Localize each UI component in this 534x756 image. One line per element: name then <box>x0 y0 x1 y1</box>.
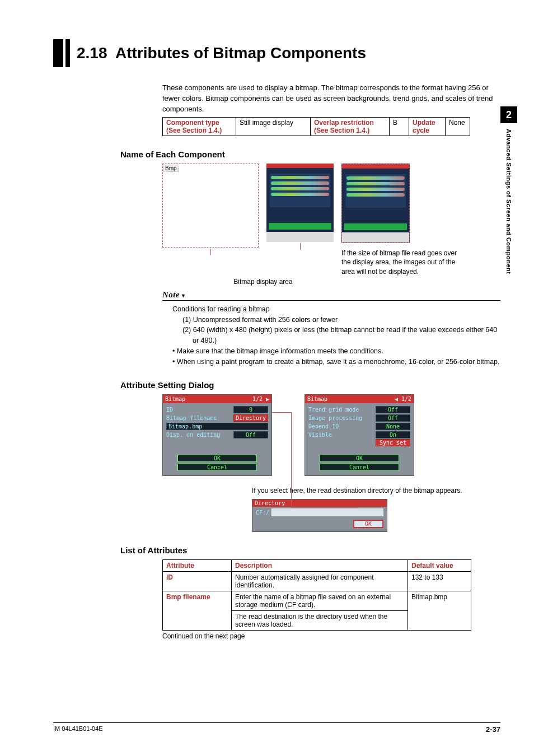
figure-tag: Bmp <box>163 165 179 172</box>
d1-disp-value[interactable]: Off <box>233 431 268 438</box>
component-info-table: Component type(See Section 1.4.) Still i… <box>162 117 470 136</box>
section-number: 2.18 <box>77 44 107 62</box>
d1-id-label: ID <box>166 407 173 413</box>
continued-note: Continued on the next page <box>162 632 500 640</box>
d1-ok-button[interactable]: OK <box>177 455 257 462</box>
section-heading: 2.18 Attributes of Bitmap Components <box>53 39 500 67</box>
dialog2-page: ◀ 1/2 <box>395 396 411 402</box>
dialog-bitmap-2: Bitmap ◀ 1/2 Trend grid modeOff Image pr… <box>305 394 414 476</box>
attr-row-default: 132 to 133 <box>408 572 471 591</box>
attr-row-name: ID <box>163 572 232 591</box>
figure-caption: Bitmap display area <box>162 278 364 286</box>
note-label: Note <box>162 290 180 299</box>
note-bullet-1: • Make sure that the bitmap image inform… <box>172 346 500 357</box>
dialog-bitmap-1: Bitmap 1/2 ▶ ID0 Bitmap filenameDirector… <box>162 394 272 476</box>
d2-grid-label: Trend grid mode <box>308 407 359 413</box>
d2-proc-label: Image processing <box>308 415 362 421</box>
figure-side-note: If the size of bitmap file read goes ove… <box>341 249 465 277</box>
info-c3-value: None <box>446 117 470 136</box>
info-c1-label: Component type <box>166 119 219 127</box>
chapter-number: 2 <box>500 106 517 123</box>
info-c1-value: Still image display <box>236 117 311 136</box>
dialog-row: Bitmap 1/2 ▶ ID0 Bitmap filenameDirector… <box>162 394 500 476</box>
d1-cancel-button[interactable]: Cancel <box>177 464 257 471</box>
d1-id-value[interactable]: 0 <box>233 406 268 413</box>
attributes-table: Attribute Description Default value ID N… <box>162 559 471 631</box>
d2-sync-button[interactable]: Sync set <box>376 439 410 446</box>
dialog2-title: Bitmap <box>307 396 327 402</box>
info-c2-value: B <box>390 117 409 136</box>
d2-cancel-button[interactable]: Cancel <box>320 464 399 471</box>
d2-visible-value[interactable]: On <box>376 431 410 438</box>
figure-screenshot-2 <box>341 164 410 243</box>
footer-page-number: 2-37 <box>486 725 500 734</box>
note-item-1: (1) Uncompressed format with 256 colors … <box>182 315 500 325</box>
chapter-title: Advanced Settings of Screen and Componen… <box>505 129 512 274</box>
info-c2-label: Overlap restriction <box>314 119 374 127</box>
attr-row-desc: Enter the name of a bitmap file saved on… <box>232 591 408 611</box>
figure-bitmap-area: Bmp <box>162 164 259 248</box>
d2-grid-value[interactable]: Off <box>376 406 410 413</box>
info-c1-see: (See Section 1.4.) <box>166 127 222 134</box>
dir-path-input[interactable] <box>271 508 383 516</box>
heading-ornament <box>53 39 70 67</box>
attr-th-default: Default value <box>408 560 471 572</box>
dir-cf-label: CF:/ <box>256 510 269 516</box>
attr-row-desc: The read destination is the directory us… <box>232 611 408 631</box>
info-c3-label: Update cycle <box>413 119 435 134</box>
attr-row-name: Bmp filename <box>163 591 232 631</box>
note-item-2: (2) 640 (width) x 480 (height) pixels or… <box>182 325 500 346</box>
d2-proc-value[interactable]: Off <box>376 414 410 422</box>
d2-depend-label: Depend ID <box>308 423 339 430</box>
attr-row-desc: Number automatically assigned for compon… <box>232 572 408 591</box>
d1-file-label: Bitmap filename <box>166 415 217 421</box>
note-body: Conditions for reading a bitmap (1) Unco… <box>162 304 500 367</box>
dir-ok-button[interactable]: OK <box>353 520 383 528</box>
subheading-list-attributes: List of Attributes <box>120 545 500 555</box>
page-footer: IM 04L41B01-04E 2-37 <box>53 722 500 734</box>
subheading-attribute-dialog: Attribute Setting Dialog <box>120 380 500 390</box>
note-bullet-2: • When using a paint program to create a… <box>172 357 500 367</box>
dialog1-title: Bitmap <box>165 396 185 402</box>
note-heading: Note ▾ <box>162 290 500 301</box>
d2-visible-label: Visible <box>308 432 332 438</box>
d2-ok-button[interactable]: OK <box>320 455 399 462</box>
subheading-name: Name of Each Component <box>120 150 500 159</box>
d2-depend-value[interactable]: None <box>376 423 410 430</box>
intro-paragraph: These components are used to display a b… <box>162 83 500 115</box>
attr-row-default: Bitmap.bmp <box>408 591 471 631</box>
note-line-1: Conditions for reading a bitmap <box>172 304 500 315</box>
attr-th-description: Description <box>232 560 408 572</box>
attr-th-attribute: Attribute <box>163 560 232 572</box>
d1-directory-button[interactable]: Directory <box>233 414 268 422</box>
section-title: Attributes of Bitmap Components <box>115 44 366 62</box>
figure-row: Bmp <box>162 164 500 277</box>
d1-disp-label: Disp. on editing <box>166 432 220 438</box>
dialog1-page: 1/2 ▶ <box>252 396 269 402</box>
figure-screenshot-1 <box>266 164 334 242</box>
footer-doc-id: IM 04L41B01-04E <box>53 725 103 734</box>
directory-note: If you select here, the read destination… <box>252 486 500 496</box>
dir-dlg-title: Directory <box>252 500 387 507</box>
d1-filename-field[interactable]: Bitmap.bmp <box>166 423 268 430</box>
info-c2-see: (See Section 1.4.) <box>314 127 369 134</box>
dialog-directory: Directory CF:/ OK <box>252 499 387 532</box>
thumb-index: 2 Advanced Settings of Screen and Compon… <box>500 106 517 274</box>
